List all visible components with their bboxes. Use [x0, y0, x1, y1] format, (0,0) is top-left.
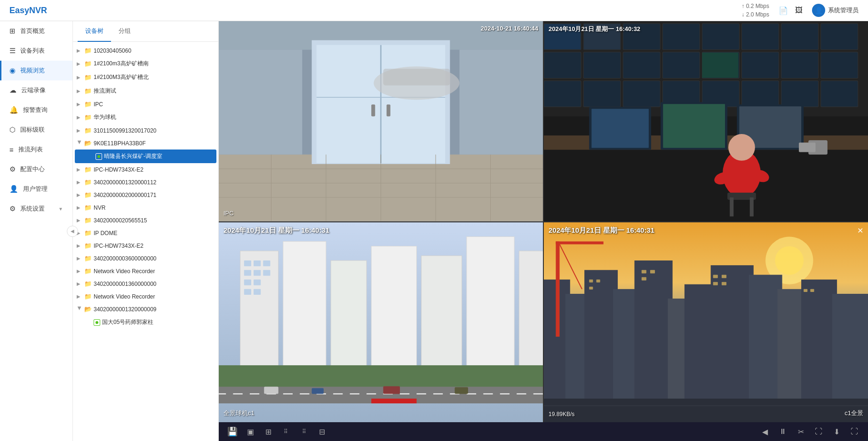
prev-button[interactable]: ◀: [758, 425, 772, 438]
tree-arrow: ▶: [77, 307, 82, 312]
tree-label: 31011500991320017020: [94, 127, 215, 134]
fullscreen-button[interactable]: ⛶: [848, 425, 861, 438]
layout-custom-button[interactable]: ⊟: [315, 425, 328, 438]
tree-item-ipc-hdw2[interactable]: ▶ 📁 IPC-HDW7343X-E2: [73, 239, 218, 252]
tree-item-gaolu-south[interactable]: ▶ 📁 1#2100m3高炉矿槽南: [73, 57, 218, 71]
layout-4x4-button[interactable]: ⠿: [297, 425, 311, 438]
folder-icon-open: 📂: [84, 306, 92, 313]
document-icon[interactable]: 📄: [779, 6, 788, 15]
tree-item-nvr2[interactable]: ▶ 📁 Network Video Recorder: [73, 290, 218, 303]
video-cell-4[interactable]: 2024年10月21日 星期一 16:40:31 19.89KB/s c1全景 …: [544, 222, 868, 423]
tree-label: 34020000003600000000: [94, 255, 215, 262]
svg-rect-122: [556, 241, 603, 244]
play-pause-button[interactable]: ⏸: [776, 425, 789, 438]
sidebar-item-settings[interactable]: ⚙ 系统设置 ▼: [0, 199, 72, 219]
svg-rect-79: [244, 270, 251, 276]
folder-icon: 📁: [84, 204, 92, 211]
device-status-icon: [96, 153, 102, 160]
sidebar-label-video: 视频浏览: [20, 66, 45, 75]
svg-rect-27: [702, 24, 739, 50]
tree-label: IPC-HDW7343X-E2: [94, 166, 215, 173]
layout-2x2-button[interactable]: ⊞: [262, 425, 275, 438]
sidebar-item-video-browse[interactable]: ◉ 视频浏览: [0, 61, 72, 80]
folder-icon: 📁: [84, 101, 92, 108]
folder-icon: 📁: [84, 87, 92, 94]
svg-rect-65: [799, 142, 815, 152]
tree-item-9K0E[interactable]: ▶ 📂 9K0E11BPHA33B0F: [73, 137, 218, 150]
svg-rect-117: [713, 282, 718, 285]
tree-item-ipdome[interactable]: ▶ 📁 IP DOME: [73, 227, 218, 239]
topbar-icons: 📄 🖼: [779, 6, 803, 15]
folder-icon: 📁: [84, 268, 92, 275]
sidebar-label-national: 国标级联: [20, 126, 45, 134]
device-tree[interactable]: ▶ 📁 102030405060 ▶ 📁 1#2100m3高炉矿槽南 ▶ 📁 1…: [73, 42, 218, 441]
close-cam4-button[interactable]: ✕: [857, 226, 863, 235]
device-panel: 设备树 分组 ▶ 📁 102030405060 ▶ 📁 1#2100m3高炉矿槽…: [73, 21, 219, 441]
tree-item-34020-112[interactable]: ▶ 📁 34020000001320000112: [73, 176, 218, 189]
sidebar-item-user[interactable]: 👤 用户管理: [0, 179, 72, 199]
settings-icon: ⚙: [9, 205, 16, 213]
tree-item-ipc[interactable]: ▶ 📁 IPC: [73, 98, 218, 110]
tree-label: 34020000002000000171: [94, 192, 215, 198]
tab-device-tree[interactable]: 设备树: [78, 21, 111, 42]
tree-item-34020-009[interactable]: ▶ 📂 34020000001320000009: [73, 303, 218, 315]
tree-item-31011[interactable]: ▶ 📁 31011500991320017020: [73, 124, 218, 137]
sidebar-item-stream[interactable]: ≡ 推流列表: [0, 140, 72, 159]
tree-item-guoda[interactable]: 国大05号药师郭家柱: [73, 315, 218, 329]
cut-button[interactable]: ✂: [794, 425, 807, 438]
sidebar-label-cloud: 云端录像: [21, 86, 46, 94]
tree-item-nvr[interactable]: ▶ 📁 NVR: [73, 201, 218, 214]
tree-arrow: ▶: [77, 75, 82, 80]
sidebar-item-cloud[interactable]: ☁ 云端录像: [0, 80, 72, 100]
svg-rect-52: [591, 109, 649, 148]
svg-rect-80: [254, 270, 261, 276]
tree-arrow: ▶: [77, 268, 82, 274]
tree-arrow: ▶: [77, 48, 82, 53]
svg-rect-49: [702, 53, 738, 78]
tree-label: 102030405060: [94, 47, 215, 54]
tree-label: NVR: [94, 205, 215, 211]
sidebar-collapse-button[interactable]: ◀: [67, 226, 78, 237]
svg-rect-114: [642, 277, 646, 280]
sidebar-label-settings: 系统设置: [20, 205, 45, 213]
tree-item-huawei[interactable]: ▶ 📁 华为球机: [73, 110, 218, 124]
video-cell-3[interactable]: 2024年10月21日 星期一 16:40:31 全景球机c1: [219, 222, 543, 423]
video-cell-2[interactable]: 2024年10月21日 星期一 16:40:32: [544, 21, 868, 221]
tab-group[interactable]: 分组: [111, 21, 138, 42]
svg-rect-38: [821, 52, 858, 79]
tree-item-34020-171[interactable]: ▶ 📁 34020000002000000171: [73, 189, 218, 201]
expand-button[interactable]: ⛶: [812, 425, 825, 438]
tree-label: IPC-HDW7343X-E2: [94, 243, 215, 249]
tree-item-gaolu-north[interactable]: ▶ 📁 1#2100M3高炉矿槽北: [73, 71, 218, 84]
user-menu[interactable]: 👤 系统管理员: [812, 4, 859, 17]
settings-arrow: ▼: [58, 206, 63, 212]
tree-item-pushstream[interactable]: ▶ 📁 推流测试: [73, 84, 218, 98]
cam1-label: IPC: [223, 210, 234, 217]
tree-item-dispatch-selected[interactable]: 晴隆县长兴煤矿-调度室: [75, 150, 216, 163]
storage-icon[interactable]: 💾: [226, 425, 239, 438]
image-icon[interactable]: 🖼: [795, 6, 803, 15]
sidebar-item-home[interactable]: ⊞ 首页概览: [0, 21, 72, 41]
sidebar-item-national[interactable]: ⬡ 国标级联: [0, 120, 72, 140]
svg-rect-12: [383, 69, 450, 85]
layout-1x1-button[interactable]: ▣: [244, 425, 257, 438]
layout-3x3-button[interactable]: ⠿: [279, 425, 293, 438]
folder-icon: 📁: [84, 280, 92, 287]
tree-item-ipc-hdw1[interactable]: ▶ 📁 IPC-HDW7343X-E2: [73, 163, 218, 176]
tree-item-102030405060[interactable]: ▶ 📁 102030405060: [73, 44, 218, 57]
sidebar-item-devices[interactable]: ☰ 设备列表: [0, 41, 72, 61]
video-cell-1[interactable]: 2024-10-21 16:40:44 IPC: [219, 21, 543, 221]
svg-rect-44: [741, 81, 779, 107]
tree-item-34020-565[interactable]: ▶ 📁 34020000020565515: [73, 214, 218, 227]
sidebar-item-config[interactable]: ⚙ 配置中心: [0, 159, 72, 179]
tree-item-nvr1[interactable]: ▶ 📁 Network Video Recorder: [73, 265, 218, 277]
tree-item-34020-360[interactable]: ▶ 📁 34020000003600000000: [73, 252, 218, 265]
tree-item-34020-136[interactable]: ▶ 📁 34020000001360000000: [73, 277, 218, 290]
cloud-icon: ☁: [9, 86, 16, 94]
sidebar-item-alarm[interactable]: 🔔 报警查询: [0, 100, 72, 120]
download-button[interactable]: ⬇: [830, 425, 843, 438]
tree-label: IP DOME: [94, 230, 215, 236]
tree-arrow: ▶: [77, 243, 82, 248]
tree-label: 34020000020565515: [94, 217, 215, 224]
svg-rect-89: [371, 398, 416, 403]
